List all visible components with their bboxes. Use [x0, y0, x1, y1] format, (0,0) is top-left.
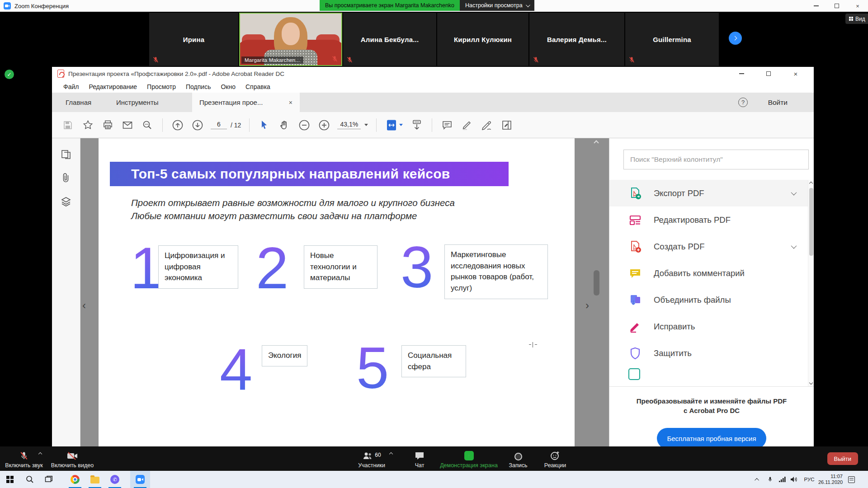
participant-tile[interactable]: Алина Бекбула... [343, 13, 436, 66]
scroll-down-icon[interactable] [809, 381, 813, 385]
windows-taskbar: ✆ РУС 11:07 26.11.2020 [0, 471, 868, 488]
next-participants-button[interactable] [729, 32, 742, 45]
menu-help[interactable]: Справка [241, 83, 275, 90]
task-view-button[interactable] [39, 471, 59, 488]
chevron-down-icon[interactable] [791, 190, 797, 196]
close-button[interactable]: × [782, 67, 809, 80]
menu-file[interactable]: Файл [58, 83, 84, 90]
tools-search-input[interactable] [624, 150, 808, 169]
scroll-mode-icon[interactable] [410, 118, 424, 132]
unmute-button[interactable]: Включить звук [0, 446, 48, 471]
star-icon[interactable] [81, 118, 94, 132]
scroll-up-icon[interactable] [594, 140, 599, 145]
view-button[interactable]: Вид [845, 14, 868, 24]
current-page-input[interactable]: 6 [211, 121, 227, 129]
slide-subtitle: Проект открывает равные возможности для … [131, 196, 455, 222]
help-icon[interactable]: ? [738, 98, 748, 107]
tray-expand-button[interactable] [752, 471, 762, 488]
close-button[interactable]: × [847, 0, 868, 12]
layers-icon[interactable] [61, 196, 71, 207]
tray-mic-icon[interactable] [765, 471, 775, 488]
tool-add-comment[interactable]: Добавить комментарий [609, 260, 808, 286]
sign-in-button[interactable]: Войти [768, 93, 788, 112]
participant-tile[interactable]: Ирина [149, 13, 238, 66]
menu-view[interactable]: Просмотр [142, 83, 181, 90]
page-thumbnails-icon[interactable] [61, 149, 71, 160]
zoom-out-icon[interactable] [297, 118, 311, 132]
attachments-icon[interactable] [61, 173, 71, 183]
start-video-button[interactable]: Включить видео [47, 446, 98, 471]
file-explorer-taskbar-icon[interactable] [85, 471, 105, 488]
scrollbar-thumb[interactable] [809, 188, 813, 256]
tool-redact[interactable]: Исправить [609, 313, 808, 340]
encryption-shield-icon[interactable]: ✓ [5, 70, 14, 79]
tray-network-icon[interactable] [777, 471, 788, 488]
screen: Zoom Конференция Вы просматриваете экран… [0, 0, 868, 488]
participant-tile[interactable]: Валерия Демья... [529, 13, 624, 66]
zoom-taskbar-icon[interactable] [130, 471, 150, 488]
print-icon[interactable] [101, 118, 114, 132]
tray-clock[interactable]: 11:07 26.11.2020 [818, 471, 843, 488]
record-button[interactable]: Запись [499, 446, 537, 471]
tool-edit-pdf[interactable]: Редактировать PDF [609, 206, 808, 233]
tool-combine-files[interactable]: Объединить файлы [609, 286, 808, 313]
minimize-button[interactable] [728, 67, 755, 80]
participants-button[interactable]: 60 Участники [347, 446, 396, 471]
hand-tool-icon[interactable] [278, 118, 291, 132]
search-icon[interactable] [141, 118, 154, 132]
share-screen-button[interactable]: ↑ Демонстрация экрана [431, 446, 507, 471]
select-tool-icon[interactable] [258, 118, 271, 132]
taskbar-search-button[interactable] [20, 471, 40, 488]
participant-tile[interactable]: Кирилл Кулюкин [437, 13, 528, 66]
chrome-taskbar-icon[interactable] [65, 471, 85, 488]
tool-export-pdf[interactable]: Экспорт PDF [609, 180, 808, 206]
zoom-level-value: 43,1% [337, 121, 361, 129]
tray-speaker-icon[interactable] [788, 471, 799, 488]
chevron-down-icon[interactable] [791, 243, 797, 249]
next-page-icon[interactable] [191, 118, 204, 132]
save-icon[interactable] [61, 118, 75, 132]
free-trial-button[interactable]: Бесплатная пробная версия [657, 428, 766, 446]
tray-language[interactable]: РУС [801, 471, 817, 488]
menu-sign[interactable]: Подпись [181, 83, 216, 90]
viber-taskbar-icon[interactable]: ✆ [105, 471, 125, 488]
tab-home[interactable]: Главная [57, 93, 100, 112]
view-settings-button[interactable]: Настройки просмотра [460, 0, 534, 11]
action-center-button[interactable] [845, 471, 857, 488]
participant-tile[interactable]: Guillermina [625, 13, 719, 66]
tools-panel-icon[interactable] [500, 118, 514, 132]
tool-create-pdf[interactable]: Создать PDF [609, 233, 808, 260]
maximize-button[interactable] [826, 0, 847, 12]
previous-page-icon[interactable] [171, 118, 184, 132]
start-button[interactable] [0, 471, 20, 488]
tab-document[interactable]: Презентация прое... × [192, 93, 300, 112]
chevron-up-icon[interactable] [38, 452, 42, 456]
highlight-icon[interactable] [460, 118, 474, 132]
slide-number-2: 2 [256, 239, 288, 297]
participant-video-tile[interactable]: Margarita Makarchen... [239, 13, 342, 66]
reactions-button[interactable]: Реакции [536, 446, 574, 471]
leave-meeting-button[interactable]: Выйти [827, 452, 859, 465]
fill-sign-icon[interactable] [480, 118, 494, 132]
zoom-level-dropdown[interactable]: 43,1% [337, 121, 368, 129]
chevron-up-icon[interactable] [389, 452, 393, 456]
scroll-up-icon[interactable] [809, 182, 813, 185]
menu-edit[interactable]: Редактирование [84, 83, 142, 90]
comment-icon[interactable] [440, 118, 454, 132]
zoom-in-icon[interactable] [317, 118, 331, 132]
scrollbar-thumb[interactable] [594, 270, 599, 296]
tool-protect[interactable]: Защитить [609, 340, 808, 366]
previous-page-arrow[interactable]: ‹ [82, 299, 86, 312]
panel-scrollbar[interactable] [808, 180, 814, 386]
document-scrollbar[interactable] [593, 138, 601, 446]
fit-page-icon[interactable] [385, 118, 404, 132]
next-page-arrow[interactable]: › [585, 299, 589, 312]
tab-tools[interactable]: Инструменты [107, 93, 168, 112]
close-tab-icon[interactable]: × [289, 99, 292, 106]
chat-icon [415, 450, 425, 460]
restore-button[interactable] [755, 67, 782, 80]
email-icon[interactable] [121, 118, 134, 132]
menu-window[interactable]: Окно [216, 83, 241, 90]
toolbar-separator [376, 118, 377, 132]
minimize-button[interactable] [806, 0, 826, 12]
